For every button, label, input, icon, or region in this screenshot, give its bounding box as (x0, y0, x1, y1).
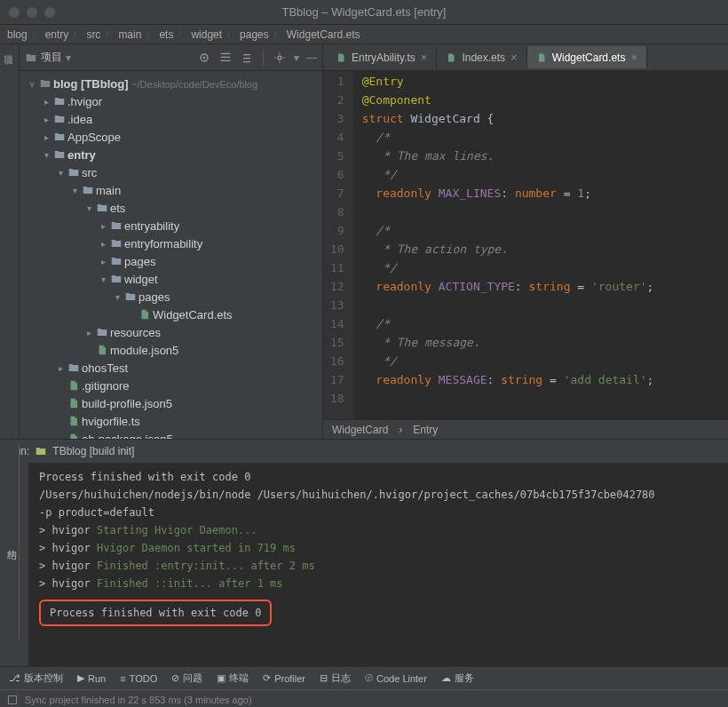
folder-icon (110, 273, 123, 285)
file-icon (67, 397, 80, 409)
gutter: 123456789101112131415161718 (323, 71, 353, 419)
tree-item[interactable]: .gitignore (27, 377, 322, 394)
breadcrumb-item[interactable]: src (86, 28, 100, 41)
tree-item[interactable]: ▾main (27, 181, 322, 199)
folder-icon (53, 148, 66, 161)
tree-item[interactable]: ▾ets (27, 199, 322, 217)
tree-item[interactable]: ▸.hvigor (27, 92, 322, 110)
breadcrumb-item[interactable]: blog (7, 28, 28, 41)
vcs-button[interactable]: ⎇ 版本控制 (9, 671, 63, 685)
editor-area: EntryAbility.ts×Index.ets×WidgetCard.ets… (323, 44, 728, 439)
run-config-name[interactable]: TBblog [build init] (52, 445, 134, 457)
tree-item[interactable]: ▸ohosTest (27, 359, 322, 377)
svg-rect-8 (9, 695, 17, 703)
tree-item[interactable]: ▾src (27, 163, 322, 181)
breadcrumb-item[interactable]: main (118, 28, 141, 41)
run-config-icon (35, 445, 47, 457)
status-bar: Sync project finished in 22 s 853 ms (3 … (0, 689, 728, 707)
tree-item[interactable]: oh-package.json5 (27, 430, 322, 439)
breadcrumb-item[interactable]: entry (45, 28, 69, 41)
folder-icon (124, 290, 137, 303)
breadcrumb: blog〉entry〉src〉main〉ets〉widget〉pages〉Wid… (0, 25, 728, 44)
project-panel-title: 项目 ▾ (25, 50, 71, 65)
tree-item[interactable]: ▸.idea (27, 110, 322, 128)
editor-tabs: EntryAbility.ts×Index.ets×WidgetCard.ets… (327, 46, 647, 68)
folder-icon (96, 202, 108, 214)
code-content[interactable]: @Entry@Componentstruct WidgetCard { /* *… (353, 71, 654, 419)
folder-icon (110, 237, 123, 250)
tree-root[interactable]: vblog [TBblog] ~/Desktop/code/DevEco/blo… (27, 75, 322, 92)
todo-button[interactable]: ≡ TODO (120, 673, 157, 684)
tree-item[interactable]: build-profile.json5 (27, 394, 322, 412)
folder-icon (53, 131, 66, 143)
folder-icon (25, 52, 37, 64)
window-title: TBblog – WidgetCard.ets [entry] (0, 5, 728, 19)
log-button[interactable]: ⊟ 日志 (320, 671, 351, 685)
file-icon (536, 52, 547, 63)
file-icon (67, 415, 80, 427)
run-button[interactable]: ▶ Run (77, 672, 106, 684)
folder-icon (53, 113, 66, 125)
close-tab-icon[interactable]: × (421, 51, 428, 64)
tree-item[interactable]: ▾pages (27, 288, 322, 306)
profiler-button[interactable]: ⟳ Profiler (263, 672, 305, 684)
editor-tab[interactable]: WidgetCard.ets× (527, 46, 647, 68)
project-panel: 项目 ▾ ▾ — vblog [TBblog] ~/Desktop/code/D… (20, 44, 323, 439)
tree-item[interactable]: ▸entryability (27, 217, 322, 234)
run-panel: Run: TBblog [build init] ↻ ↑ ↓ Process f… (0, 439, 728, 666)
close-tab-icon[interactable]: × (630, 51, 637, 64)
tree-item[interactable]: ▸entryformability (27, 234, 322, 252)
file-icon (67, 379, 80, 392)
editor-crumb-bar[interactable]: WidgetCard›Entry (323, 419, 728, 439)
breadcrumb-item[interactable]: ets (159, 28, 173, 41)
title-bar: TBblog – WidgetCard.ets [entry] (0, 0, 728, 25)
expand-all-icon[interactable] (218, 51, 233, 65)
file-icon (96, 344, 108, 356)
tree-item[interactable]: WidgetCard.ets (27, 306, 322, 323)
file-icon (138, 308, 151, 321)
folder-icon (110, 255, 123, 267)
status-icon (7, 695, 18, 705)
editor-tab[interactable]: Index.ets× (437, 46, 526, 68)
terminal-button[interactable]: ▣ 终端 (217, 671, 249, 685)
file-icon (336, 52, 346, 63)
folder-icon (82, 184, 94, 196)
folder-icon (53, 95, 66, 107)
editor-tab[interactable]: EntryAbility.ts× (327, 46, 437, 68)
collapse-all-icon[interactable] (240, 51, 254, 65)
settings-gear-icon[interactable] (273, 51, 287, 65)
hide-panel-icon[interactable]: — (306, 52, 317, 64)
highlighted-output: Process finished with exit code 0 (39, 600, 272, 626)
tree-item[interactable]: module.json5 (27, 341, 322, 359)
tree-item[interactable]: ▸resources (27, 323, 322, 341)
svg-point-1 (203, 56, 206, 59)
tree-item[interactable]: ▾widget (27, 270, 322, 288)
services-button[interactable]: ☁ 服务 (441, 671, 474, 685)
file-icon (446, 52, 456, 63)
run-output[interactable]: Process finished with exit code 0 /Users… (28, 463, 728, 666)
svg-point-2 (278, 56, 281, 60)
close-tab-icon[interactable]: × (510, 51, 518, 64)
folder-icon (39, 77, 51, 90)
project-tool-tab[interactable]: 项目 (0, 44, 20, 439)
tree-item[interactable]: hvigorfile.ts (27, 412, 322, 430)
codelinter-button[interactable]: ⦾ Code Linter (365, 672, 427, 684)
problems-button[interactable]: ⊘ 问题 (171, 671, 202, 685)
left-tool-tabs[interactable]: 结构 Bookmarks (0, 444, 20, 639)
project-tree[interactable]: vblog [TBblog] ~/Desktop/code/DevEco/blo… (20, 71, 322, 439)
breadcrumb-item[interactable]: widget (191, 28, 222, 41)
status-text: Sync project finished in 22 s 853 ms (3 … (25, 695, 252, 705)
breadcrumb-item[interactable]: WidgetCard.ets (287, 28, 360, 41)
folder-icon (67, 361, 80, 374)
file-icon (67, 433, 80, 439)
code-editor[interactable]: 123456789101112131415161718 @Entry@Compo… (323, 71, 728, 419)
tree-item[interactable]: ▸pages (27, 252, 322, 270)
folder-icon (110, 219, 123, 232)
locate-icon[interactable] (197, 51, 211, 65)
breadcrumb-item[interactable]: pages (240, 28, 269, 41)
tree-item[interactable]: ▾entry (27, 146, 322, 163)
tree-item[interactable]: ▸AppScope (27, 128, 322, 146)
bottom-toolbar: ⎇ 版本控制 ▶ Run ≡ TODO ⊘ 问题 ▣ 终端 ⟳ Profiler… (0, 666, 728, 689)
folder-icon (67, 166, 80, 179)
folder-icon (96, 326, 108, 338)
